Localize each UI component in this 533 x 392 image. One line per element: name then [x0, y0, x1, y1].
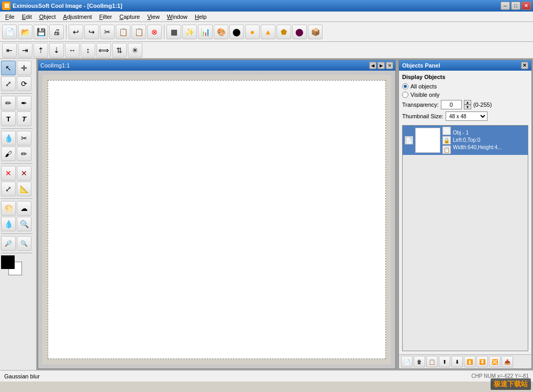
close-button[interactable]: ✕ [521, 2, 531, 10]
panel-action-buttons: 📄 🗑 📋 ⬆ ⬇ ⏫ ⏬ 🔀 📤 [399, 354, 531, 368]
maximize-button[interactable]: □ [511, 2, 520, 10]
export-button[interactable]: 📤 [502, 356, 513, 367]
center-v-button[interactable]: ↕ [81, 43, 95, 58]
move-down-button[interactable]: ⬇ [451, 356, 463, 367]
paint-tool[interactable]: ✏ [17, 147, 31, 161]
print-button[interactable]: 🖨 [49, 25, 64, 39]
tool-row-1: ↖ ✛ [1, 61, 35, 75]
add-object-button[interactable]: 📄 [401, 356, 413, 367]
palette-button[interactable]: 🎨 [214, 25, 228, 39]
effect-button[interactable]: ✨ [182, 25, 197, 39]
move-bottom-button[interactable]: ⏬ [476, 356, 488, 367]
eyedropper-tool[interactable]: 💧 [1, 131, 16, 145]
brush-tool[interactable]: ✒ [17, 96, 31, 110]
shape5-button[interactable]: 📦 [308, 25, 323, 39]
move-top-button[interactable]: ⏫ [464, 356, 475, 367]
cancel-button[interactable]: ⊗ [147, 25, 162, 39]
merge-button[interactable]: 🔀 [489, 356, 501, 367]
hand-tool[interactable]: 🔍 [17, 236, 31, 251]
canvas-next-button[interactable]: ▶ [377, 62, 385, 69]
menu-adjustment[interactable]: Adjustment [60, 13, 95, 21]
object-list-item[interactable]: 📄 👁 🔒 📋 Obj - 1 Left:0,Top:0 [403, 126, 528, 155]
shape4-button[interactable]: ⬤ [292, 25, 307, 39]
chart-button[interactable]: 📊 [198, 25, 213, 39]
cloud-tool[interactable]: ☁ [17, 201, 31, 216]
delete-tool[interactable]: ✕ [17, 166, 31, 181]
transparency-down[interactable]: ▼ [464, 105, 471, 109]
canvas-drawing-area[interactable] [48, 80, 386, 359]
align-bottom-button[interactable]: ⇣ [49, 43, 64, 58]
center-h-button[interactable]: ↔ [65, 43, 80, 58]
eraser-tool[interactable]: ✂ [17, 131, 31, 145]
menu-filter[interactable]: Filter [96, 13, 115, 21]
redo-button[interactable]: ↪ [84, 25, 99, 39]
zoom-in-tool[interactable]: 🔍 [17, 217, 31, 231]
zoom-out-tool[interactable]: 🔎 [1, 236, 16, 251]
fill-tool[interactable]: 🖌 [1, 147, 16, 161]
grid-button[interactable]: ▦ [166, 25, 181, 39]
tool-separator-1 [1, 93, 32, 94]
shape2-button[interactable]: ▲ [261, 25, 275, 39]
object-size: Width:640,Height:4... [453, 144, 502, 151]
remove-tool[interactable]: ✕ [1, 166, 16, 181]
rotate-tool[interactable]: ⟳ [17, 76, 31, 91]
menu-help[interactable]: Help [192, 13, 210, 21]
move-tool[interactable]: ✛ [17, 61, 31, 75]
undo-button[interactable]: ↩ [69, 25, 83, 39]
align-top-button[interactable]: ⇡ [34, 43, 48, 58]
shape1-button[interactable]: ● [245, 25, 260, 39]
shape3-button[interactable]: ⬟ [276, 25, 291, 39]
open-button[interactable]: 📂 [18, 25, 32, 39]
duplicate-button[interactable]: 📋 [426, 356, 438, 367]
minimize-button[interactable]: ─ [501, 2, 510, 10]
menu-window[interactable]: Window [164, 13, 191, 21]
menu-edit[interactable]: Edit [19, 13, 35, 21]
menu-object[interactable]: Object [36, 13, 59, 21]
paste-button[interactable]: 📋 [131, 25, 146, 39]
main-area: ↖ ✛ ⤢ ⟳ ✏ ✒ T T 💧 ✂ 🖌 ✏ ✕ ✕ ⤢ [0, 59, 533, 370]
pen-tool[interactable]: ✏ [1, 96, 16, 110]
path-tool[interactable]: 📐 [17, 182, 31, 196]
obj-layer-icon[interactable]: 📋 [442, 145, 451, 154]
text-tool[interactable]: T [1, 111, 16, 126]
visible-only-radio[interactable] [402, 92, 408, 98]
align-left-button[interactable]: ⇤ [2, 43, 17, 58]
delete-object-button[interactable]: 🗑 [414, 356, 425, 367]
flip-v-button[interactable]: ⇅ [112, 43, 127, 58]
canvas-tab-title: CoolImg1:1 [40, 62, 70, 69]
canvas-close-button[interactable]: ✕ [386, 62, 393, 69]
menu-file[interactable]: File [2, 13, 18, 21]
panel-content: Display Objects All objects Visible only… [399, 71, 531, 354]
panel-close-button[interactable]: ✕ [521, 62, 528, 69]
flip-h-button[interactable]: ⟺ [96, 43, 111, 58]
canvas-titlebar-buttons: ◀ ▶ ✕ [369, 62, 393, 69]
menu-capture[interactable]: Capture [116, 13, 143, 21]
ellipse-tool[interactable]: 🌕 [1, 201, 16, 216]
transform-tool[interactable]: ⤢ [1, 182, 16, 196]
text2-tool[interactable]: T [17, 111, 31, 126]
transparency-input[interactable] [441, 100, 462, 109]
gradient-tool[interactable]: 💧 [1, 217, 16, 231]
select-tool[interactable]: ↖ [1, 61, 16, 75]
canvas-prev-button[interactable]: ◀ [369, 62, 376, 69]
copy-button[interactable]: 📋 [116, 25, 130, 39]
tool-separator-5 [1, 233, 32, 234]
thumbnail-size-select[interactable]: 48 x 48 32 x 32 64 x 64 [446, 111, 487, 121]
crop-tool[interactable]: ⤢ [1, 76, 16, 91]
color-button[interactable]: ⬤ [229, 25, 244, 39]
transparency-up[interactable]: ▲ [464, 100, 471, 105]
transparency-section: Transparency: ▲ ▼ (0-255) [402, 100, 528, 109]
thumbnail-size-label: Thumbnail Size: [402, 113, 443, 119]
distribute-button[interactable]: ✳ [128, 43, 142, 58]
obj-visibility-btn[interactable]: 📄 [405, 136, 413, 144]
new-button[interactable]: 📄 [2, 25, 17, 39]
align-right-button[interactable]: ⇥ [18, 43, 32, 58]
obj-lock-icon[interactable]: 🔒 [442, 136, 451, 144]
all-objects-radio[interactable] [402, 83, 408, 89]
move-up-button[interactable]: ⬆ [439, 356, 450, 367]
menu-view[interactable]: View [144, 13, 163, 21]
foreground-color[interactable] [1, 255, 15, 269]
save-button[interactable]: 💾 [34, 25, 48, 39]
obj-eye-icon[interactable]: 👁 [442, 127, 451, 135]
cut-button[interactable]: ✂ [100, 25, 115, 39]
